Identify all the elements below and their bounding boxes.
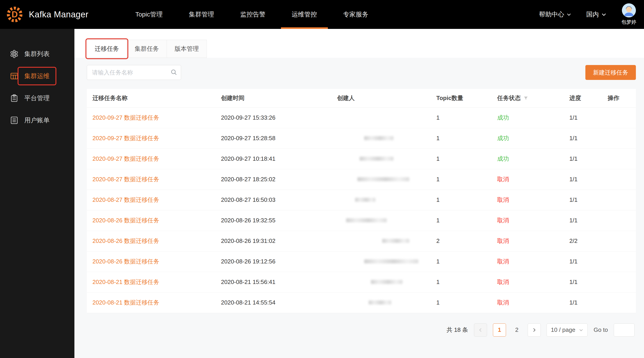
status-badge: 取消	[497, 258, 509, 265]
col-task-name: 迁移任务名称	[87, 89, 221, 107]
tab-version-management[interactable]: 版本管理	[167, 40, 207, 58]
chevron-right-icon	[532, 327, 537, 332]
region-dropdown[interactable]: 国内	[586, 10, 606, 19]
created-time: 2020-09-27 15:33:26	[221, 107, 337, 128]
topic-count: 1	[436, 251, 497, 272]
migration-task-table: 迁移任务名称 创建时间 创建人 Topic数量 任务状态 进度 操作 2020-…	[87, 89, 636, 313]
created-time: 2020-08-27 16:50:03	[221, 190, 337, 210]
task-name-link[interactable]: 2020-08-26 数据迁移任务	[92, 237, 159, 244]
row-actions	[608, 231, 636, 251]
table-row: 2020-09-27 数据迁移任务 2020-09-27 15:33:26 1 …	[87, 107, 636, 128]
nav-monitor-alert[interactable]: 监控告警	[227, 0, 279, 29]
task-name-link[interactable]: 2020-08-21 数据迁移任务	[92, 278, 159, 285]
task-name-link[interactable]: 2020-09-27 数据迁移任务	[92, 135, 159, 142]
table-body: 2020-09-27 数据迁移任务 2020-09-27 15:33:26 1 …	[87, 107, 636, 313]
status-badge: 取消	[497, 176, 509, 183]
created-time: 2020-09-27 15:28:58	[221, 128, 337, 149]
creator-redacted	[346, 218, 387, 222]
sidebar-item-cluster-ops[interactable]: 集群运维	[0, 65, 74, 87]
next-page-button[interactable]	[528, 323, 541, 336]
create-migration-task-button[interactable]: 新建迁移任务	[585, 65, 636, 80]
task-name-link[interactable]: 2020-08-27 数据迁移任务	[92, 176, 159, 183]
created-time: 2020-09-27 10:18:41	[221, 149, 337, 169]
topic-count: 1	[436, 210, 497, 231]
platform-management-icon	[10, 94, 18, 103]
task-name-link[interactable]: 2020-08-27 数据迁移任务	[92, 196, 159, 203]
task-name-link[interactable]: 2020-08-26 数据迁移任务	[92, 217, 159, 224]
username: 包梦婷	[622, 19, 636, 26]
progress-value: 1/1	[569, 190, 608, 210]
svg-text:D: D	[12, 10, 18, 19]
page-1-button[interactable]: 1	[493, 323, 506, 336]
toolbar: 新建迁移任务	[74, 58, 644, 80]
col-creator: 创建人	[337, 89, 436, 107]
table-row: 2020-08-27 数据迁移任务 2020-08-27 16:50:03 1 …	[87, 190, 636, 210]
nav-ops-control[interactable]: 运维管控	[279, 0, 330, 29]
tab-cluster-tasks[interactable]: 集群任务	[127, 40, 167, 58]
col-topic-count: Topic数量	[436, 89, 497, 107]
col-progress: 进度	[569, 89, 608, 107]
sidebar-item-cluster-list[interactable]: 集群列表	[0, 43, 74, 65]
topic-count: 1	[436, 292, 497, 313]
region-label: 国内	[586, 10, 599, 19]
user-menu[interactable]: 包梦婷	[622, 4, 636, 26]
search-icon[interactable]	[170, 69, 178, 77]
chevron-down-icon	[566, 12, 572, 17]
row-actions	[608, 210, 636, 231]
sidebar-item-label: 集群运维	[18, 67, 56, 85]
app-header: D Kafka Manager Topic管理 集群管理 监控告警 运维管控 专…	[0, 0, 644, 29]
sidebar-item-label: 集群列表	[24, 50, 50, 58]
created-time: 2020-08-26 19:12:56	[221, 251, 337, 272]
col-created-time: 创建时间	[221, 89, 337, 107]
page-2-button[interactable]: 2	[512, 326, 522, 333]
task-name-link[interactable]: 2020-09-27 数据迁移任务	[92, 114, 159, 121]
chevron-down-icon	[601, 12, 606, 17]
status-badge: 取消	[497, 299, 509, 306]
created-time: 2020-08-21 15:56:41	[221, 272, 337, 292]
progress-value: 1/1	[569, 251, 608, 272]
table-row: 2020-08-26 数据迁移任务 2020-08-26 19:12:56 1 …	[87, 251, 636, 272]
row-actions	[608, 272, 636, 292]
filter-icon[interactable]	[523, 96, 528, 101]
goto-page-input[interactable]	[614, 323, 634, 336]
status-badge: 取消	[497, 278, 509, 285]
user-bill-icon	[10, 116, 18, 125]
nav-topic-management[interactable]: Topic管理	[122, 0, 176, 29]
progress-value: 1/1	[569, 128, 608, 149]
creator-redacted	[371, 280, 402, 284]
creator-redacted	[360, 157, 394, 161]
sidebar-item-user-bill[interactable]: 用户账单	[0, 109, 74, 131]
row-actions	[608, 292, 636, 313]
page-size-select[interactable]: 10 / page	[546, 323, 588, 336]
table-row: 2020-08-27 数据迁移任务 2020-08-27 18:25:02 1 …	[87, 169, 636, 190]
prev-page-button[interactable]	[474, 323, 487, 336]
col-actions: 操作	[608, 89, 636, 107]
creator-redacted	[369, 300, 391, 304]
status-badge: 成功	[497, 114, 509, 121]
progress-value: 1/1	[569, 149, 608, 169]
progress-value: 1/1	[569, 272, 608, 292]
tab-migration-tasks[interactable]: 迁移任务	[87, 40, 127, 58]
chevron-left-icon	[478, 327, 483, 332]
topic-count: 1	[436, 272, 497, 292]
search-input[interactable]	[87, 65, 181, 80]
status-badge: 取消	[497, 196, 509, 203]
creator-redacted	[355, 198, 376, 202]
topic-count: 1	[436, 149, 497, 169]
nav-expert-service[interactable]: 专家服务	[330, 0, 382, 29]
task-name-link[interactable]: 2020-09-27 数据迁移任务	[92, 155, 159, 162]
nav-cluster-management[interactable]: 集群管理	[176, 0, 227, 29]
search-box	[87, 65, 181, 80]
progress-value: 1/1	[569, 210, 608, 231]
progress-value: 2/2	[569, 231, 608, 251]
header-right: 帮助中心 国内 包梦婷	[539, 4, 636, 26]
row-actions	[608, 128, 636, 149]
table-row: 2020-08-26 数据迁移任务 2020-08-26 19:32:55 1 …	[87, 210, 636, 231]
table-header-row: 迁移任务名称 创建时间 创建人 Topic数量 任务状态 进度 操作	[87, 89, 636, 107]
help-center-dropdown[interactable]: 帮助中心	[539, 10, 572, 19]
table-row: 2020-08-21 数据迁移任务 2020-08-21 14:55:54 1 …	[87, 292, 636, 313]
sidebar-item-platform-management[interactable]: 平台管理	[0, 87, 74, 109]
task-name-link[interactable]: 2020-08-21 数据迁移任务	[92, 299, 159, 306]
creator-redacted	[358, 177, 409, 181]
task-name-link[interactable]: 2020-08-26 数据迁移任务	[92, 258, 159, 265]
